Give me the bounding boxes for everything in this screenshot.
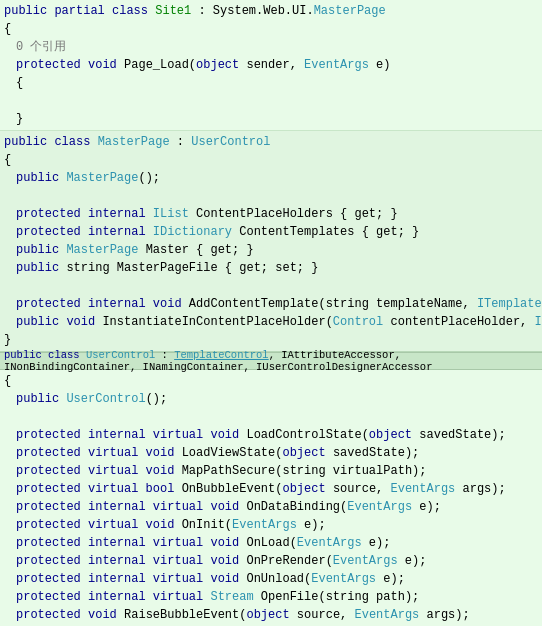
code-viewer: public partial class Site1 : System.Web.… xyxy=(0,0,542,626)
code-line xyxy=(0,92,542,110)
code-line: protected virtual void MapPathSecure(str… xyxy=(0,462,542,480)
code-line: public void InstantiateInContentPlaceHol… xyxy=(0,313,542,331)
usercontrol-class-section: { public UserControl(); protected intern… xyxy=(0,370,542,626)
status-text: public class UserControl : TemplateContr… xyxy=(4,349,538,373)
code-line: protected internal virtual void OnPreRen… xyxy=(0,552,542,570)
code-line: public partial class Site1 : System.Web.… xyxy=(0,2,542,20)
code-line: public MasterPage Master { get; } xyxy=(0,241,542,259)
code-line: protected internal virtual void LoadCont… xyxy=(0,426,542,444)
code-line: protected internal virtual void OnDataBi… xyxy=(0,498,542,516)
code-line xyxy=(0,187,542,205)
code-line: protected virtual void LoadViewState(obj… xyxy=(0,444,542,462)
site1-class-section: public partial class Site1 : System.Web.… xyxy=(0,0,542,131)
code-line: protected internal virtual void OnUnload… xyxy=(0,570,542,588)
code-line: protected void RaiseBubbleEvent(object s… xyxy=(0,606,542,624)
code-line: { xyxy=(0,74,542,92)
code-line: public class MasterPage : UserControl xyxy=(0,133,542,151)
code-line: protected internal void AddContentTempla… xyxy=(0,295,542,313)
masterpage-class-section: public class MasterPage : UserControl { … xyxy=(0,131,542,352)
code-line: { xyxy=(0,20,542,38)
code-line: protected virtual bool OnBubbleEvent(obj… xyxy=(0,480,542,498)
code-line: } xyxy=(0,331,542,349)
code-line: protected internal IDictionary ContentTe… xyxy=(0,223,542,241)
code-line: } xyxy=(0,110,542,128)
code-line: public MasterPage(); xyxy=(0,169,542,187)
code-line: protected internal virtual Stream OpenFi… xyxy=(0,588,542,606)
code-line: protected internal IList ContentPlaceHol… xyxy=(0,205,542,223)
code-line: protected void Page_Load(object sender, … xyxy=(0,56,542,74)
status-bar: public class UserControl : TemplateContr… xyxy=(0,352,542,370)
code-line xyxy=(0,408,542,426)
code-line: protected virtual void OnInit(EventArgs … xyxy=(0,516,542,534)
code-line: protected internal virtual void OnLoad(E… xyxy=(0,534,542,552)
code-line: public string MasterPageFile { get; set;… xyxy=(0,259,542,277)
code-line: { xyxy=(0,372,542,390)
code-line: { xyxy=(0,151,542,169)
code-line: public UserControl(); xyxy=(0,390,542,408)
code-line: 0 个引用 xyxy=(0,38,542,56)
code-line xyxy=(0,277,542,295)
